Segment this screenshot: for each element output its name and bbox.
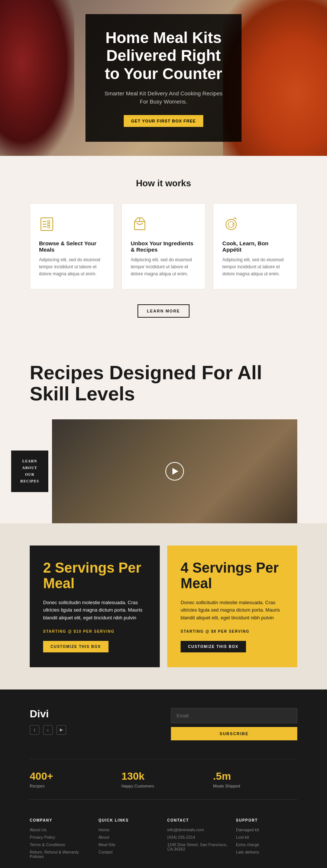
footer-link-late[interactable]: Late delivery (236, 850, 297, 854)
subscribe-button[interactable]: SUBSCRIBE (171, 727, 297, 740)
learn-more-button[interactable]: LEARN MORE (137, 304, 190, 318)
step-title-2: Unbox Your Ingredients & Recipes (131, 240, 197, 253)
footer-brand: Divi f t ▶ (30, 708, 156, 735)
serving-desc-4: Donec sollicitudin molestie malesuada. C… (181, 599, 284, 622)
play-icon (172, 468, 178, 475)
video-row: LEARN ABOUT OUR RECIPES (52, 419, 297, 523)
footer-link-email[interactable]: info@divimeals.com (167, 828, 229, 832)
steps-grid: Browse & Select Your Meals Adipiscing el… (30, 203, 297, 289)
footer-col-title-quicklinks: QUICK LINKS (98, 818, 160, 822)
serving-desc-2: Donec sollicitudin molestie malesuada. C… (43, 599, 146, 622)
svg-point-10 (228, 222, 234, 227)
svg-rect-0 (41, 218, 53, 230)
section-title-how-it-works: How it works (30, 178, 297, 189)
footer: Divi f t ▶ SUBSCRIBE 400+ Recipes 130k H… (0, 690, 327, 868)
stat-label-customers: Happy Customers (122, 784, 206, 788)
footer-col-company: COMPANY About Us Privacy Policy Terms & … (30, 818, 91, 862)
footer-link-about-us[interactable]: About Us (30, 828, 91, 832)
stat-recipes: 400+ Recipes (30, 770, 114, 788)
stat-number-customers: 130k (122, 770, 206, 782)
serving-price-2: STARTING @ $10 PER SERVING (43, 629, 146, 633)
footer-col-title-company: COMPANY (30, 818, 91, 822)
svg-rect-7 (135, 222, 145, 230)
cook-icon (222, 215, 241, 233)
footer-link-damaged[interactable]: Damaged kit (236, 828, 297, 832)
svg-point-6 (48, 226, 50, 228)
footer-link-about[interactable]: About (98, 835, 160, 839)
serving-title-2: 2 Servings Per Meal (43, 560, 146, 592)
footer-link-terms[interactable]: Terms & Conditions (30, 842, 91, 847)
footer-link-lost[interactable]: Lost kit (236, 835, 297, 839)
stat-customers: 130k Happy Customers (122, 770, 206, 788)
youtube-icon[interactable]: ▶ (56, 725, 66, 735)
footer-col-title-contact: CONTACT (167, 818, 229, 822)
hero-section: Home Meal Kits Delivered Right to Your C… (0, 0, 327, 156)
footer-link-mealkits[interactable]: Meal Kits (98, 842, 160, 847)
footer-link-home[interactable]: Home (98, 828, 160, 832)
footer-social: f t ▶ (30, 725, 156, 735)
servings-section: 2 Servings Per Meal Donec sollicitudin m… (0, 523, 327, 690)
footer-link-address: 1245 Dive Street, San Francisco, CA 3426… (167, 842, 229, 851)
svg-point-5 (48, 223, 50, 225)
step-desc-2: Adipiscing elit, sed do eiusmod tempor i… (131, 256, 197, 278)
stat-number-recipes: 400+ (30, 770, 114, 782)
stat-number-meals: .5m (213, 770, 297, 782)
recipes-title: Recipes Designed For All Skill Levels (30, 362, 297, 404)
video-label-line2: ABOUT (22, 466, 38, 470)
step-card-2: Unbox Your Ingredients & Recipes Adipisc… (122, 203, 206, 289)
customize-button-4[interactable]: CUSTOMIZE THIS BOX (181, 641, 246, 652)
video-label: LEARN ABOUT OUR RECIPES (11, 451, 48, 492)
footer-col-support: SUPPORT Damaged kit Lost kit Extra charg… (236, 818, 297, 862)
step-card-3: Cook, Learn, Bon Appétit Adipiscing elit… (213, 203, 297, 289)
footer-email-form: SUBSCRIBE (171, 708, 297, 740)
footer-col-quicklinks: QUICK LINKS Home About Meal Kits Contact (98, 818, 160, 862)
step-title-1: Browse & Select Your Meals (39, 240, 105, 253)
footer-link-phone[interactable]: (434) 235-2314 (167, 835, 229, 839)
stat-label-recipes: Recipes (30, 784, 114, 788)
footer-col-title-support: SUPPORT (236, 818, 297, 822)
video-label-line3: OUR (25, 472, 34, 476)
video-label-line1: LEARN (22, 459, 37, 463)
footer-link-privacy[interactable]: Privacy Policy (30, 835, 91, 839)
hero-cta-button[interactable]: GET YOUR FIRST BOX FREE (124, 115, 203, 127)
hero-title: Home Meal Kits Delivered Right to Your C… (104, 29, 223, 83)
footer-link-return[interactable]: Return, Refund & Warranty Policies (30, 850, 91, 859)
step-card-1: Browse & Select Your Meals Adipiscing el… (30, 203, 114, 289)
video-thumbnail[interactable] (52, 419, 297, 523)
hero-subtitle: Smarter Meal Kit Delivery And Cooking Re… (104, 89, 223, 106)
twitter-icon[interactable]: t (43, 725, 53, 735)
play-button[interactable] (165, 462, 184, 481)
unbox-icon (131, 215, 149, 233)
customize-button-2[interactable]: CUSTOMIZE THIS BOX (43, 641, 109, 652)
video-label-line4: RECIPES (20, 479, 39, 483)
footer-link-charge[interactable]: Extra charge (236, 842, 297, 847)
browse-meals-icon (39, 215, 58, 233)
footer-col-contact: CONTACT info@divimeals.com (434) 235-231… (167, 818, 229, 862)
step-desc-1: Adipiscing elit, sed do eiusmod tempor i… (39, 256, 105, 278)
servings-grid: 2 Servings Per Meal Donec sollicitudin m… (30, 546, 297, 667)
stat-label-meals: Meals Shipped (213, 784, 297, 788)
footer-links: COMPANY About Us Privacy Policy Terms & … (30, 818, 297, 862)
how-it-works-section: How it works Browse & Select Your Meals … (0, 156, 327, 340)
serving-price-4: STARTING @ $8 PER SERVING (181, 629, 284, 633)
footer-stats: 400+ Recipes 130k Happy Customers .5m Me… (30, 759, 297, 800)
email-input[interactable] (171, 708, 297, 723)
svg-point-9 (226, 219, 236, 230)
facebook-icon[interactable]: f (30, 725, 39, 735)
svg-point-4 (48, 220, 50, 223)
footer-logo: Divi (30, 708, 156, 720)
footer-link-contact[interactable]: Contact (98, 850, 160, 854)
hero-vegetables-left (0, 0, 74, 156)
serving-card-2: 2 Servings Per Meal Donec sollicitudin m… (30, 546, 160, 667)
hero-overlay: Home Meal Kits Delivered Right to Your C… (85, 14, 242, 142)
serving-title-4: 4 Servings Per Meal (181, 560, 284, 592)
stat-meals: .5m Meals Shipped (213, 770, 297, 788)
serving-card-4: 4 Servings Per Meal Donec sollicitudin m… (167, 546, 297, 667)
step-title-3: Cook, Learn, Bon Appétit (222, 240, 288, 253)
footer-top: Divi f t ▶ SUBSCRIBE (30, 708, 297, 740)
recipes-section: Recipes Designed For All Skill Levels LE… (0, 340, 327, 523)
step-desc-3: Adipiscing elit, sed do eiusmod tempor i… (222, 256, 288, 278)
